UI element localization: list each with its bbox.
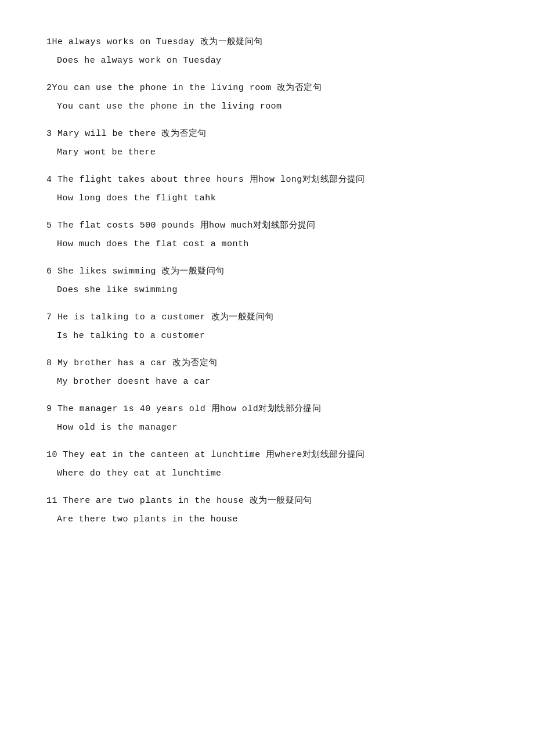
exercise-block-7: 7 He is talking to a customer 改为一般疑问句Is …: [46, 310, 488, 343]
question-line-9: 9 The manager is 40 years old 用how old对划…: [46, 402, 488, 417]
exercise-block-10: 10 They eat in the canteen at lunchtime …: [46, 448, 488, 481]
exercise-block-3: 3 Mary will be there 改为否定句Mary wont be t…: [46, 127, 488, 160]
question-line-4: 4 The flight takes about three hours 用ho…: [46, 172, 488, 188]
answer-line-1: Does he always work on Tuesday: [46, 53, 488, 69]
exercise-block-2: 2You can use the phone in the living roo…: [46, 81, 488, 114]
exercise-block-4: 4 The flight takes about three hours 用ho…: [46, 172, 488, 206]
answer-line-8: My brother doesnt have a car: [46, 375, 488, 390]
answer-line-9: How old is the manager: [46, 420, 488, 435]
question-line-5: 5 The flat costs 500 pounds 用how much对划线…: [46, 218, 488, 233]
question-line-6: 6 She likes swimming 改为一般疑问句: [46, 264, 488, 279]
exercise-block-6: 6 She likes swimming 改为一般疑问句Does she lik…: [46, 264, 488, 297]
answer-line-3: Mary wont be there: [46, 145, 488, 160]
answer-line-4: How long does the flight tahk: [46, 191, 488, 206]
exercise-block-8: 8 My brother has a car 改为否定句My brother d…: [46, 356, 488, 389]
question-line-8: 8 My brother has a car 改为否定句: [46, 356, 488, 371]
question-line-11: 11 There are two plants in the house 改为一…: [46, 494, 488, 509]
answer-line-5: How much does the flat cost a month: [46, 237, 488, 252]
question-line-2: 2You can use the phone in the living roo…: [46, 81, 488, 96]
answer-line-11: Are there two plants in the house: [46, 512, 488, 527]
question-line-10: 10 They eat in the canteen at lunchtime …: [46, 448, 488, 463]
exercise-block-11: 11 There are two plants in the house 改为一…: [46, 494, 488, 527]
answer-line-7: Is he talking to a customer: [46, 329, 488, 344]
question-line-1: 1He always works on Tuesday 改为一般疑问句: [46, 35, 488, 50]
exercise-block-9: 9 The manager is 40 years old 用how old对划…: [46, 402, 488, 435]
answer-line-6: Does she like swimming: [46, 283, 488, 298]
question-line-3: 3 Mary will be there 改为否定句: [46, 127, 488, 142]
answer-line-10: Where do they eat at lunchtime: [46, 466, 488, 481]
question-line-7: 7 He is talking to a customer 改为一般疑问句: [46, 310, 488, 325]
exercise-block-5: 5 The flat costs 500 pounds 用how much对划线…: [46, 218, 488, 251]
exercise-block-1: 1He always works on Tuesday 改为一般疑问句Does …: [46, 35, 488, 68]
exercises-container: 1He always works on Tuesday 改为一般疑问句Does …: [46, 35, 488, 527]
answer-line-2: You cant use the phone in the living roo…: [46, 99, 488, 114]
